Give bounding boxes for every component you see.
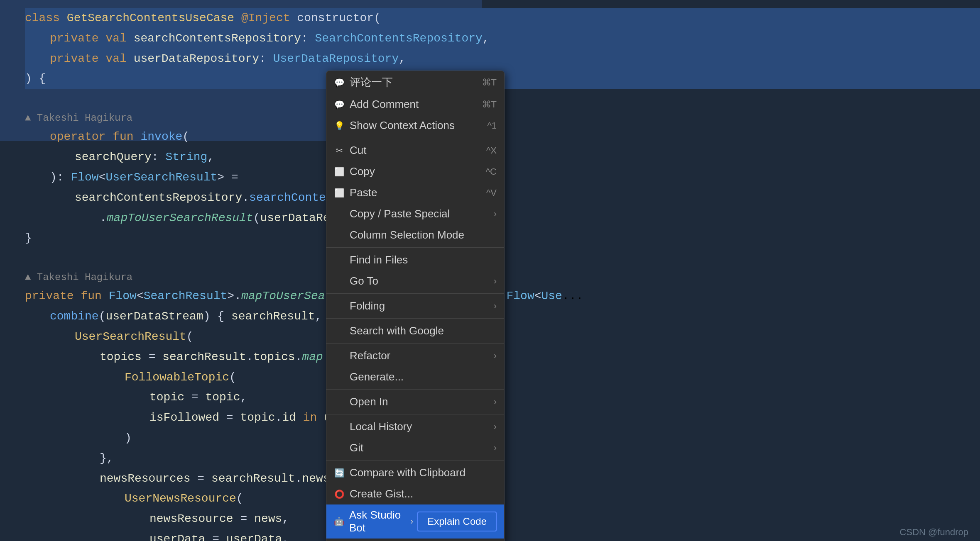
menu-item-local-history[interactable]: Local History › <box>326 416 504 437</box>
git-icon <box>334 443 345 453</box>
menu-label-local-history: Local History <box>350 420 412 433</box>
menu-label-ask-studio-bot: Ask Studio Bot <box>349 509 410 534</box>
menu-label-paste: Paste <box>350 186 377 199</box>
arrow-local-history: › <box>494 422 497 432</box>
shortcut-comment-cn: ⌘T <box>482 77 497 88</box>
compare-icon: 🔄 <box>334 468 345 478</box>
menu-item-ask-studio-bot[interactable]: 🤖 Ask Studio Bot › Explain Code <box>326 504 504 539</box>
shortcut-show-context-actions: ^1 <box>487 120 497 131</box>
open-in-icon <box>334 397 345 407</box>
menu-item-show-context-actions[interactable]: 💡 Show Context Actions ^1 <box>326 115 504 136</box>
separator-7 <box>326 414 504 414</box>
comment-icon: 💬 <box>334 77 345 88</box>
menu-label-compare-clipboard: Compare with Clipboard <box>350 466 466 479</box>
lightbulb-icon: 💡 <box>334 120 345 131</box>
separator-6 <box>326 389 504 390</box>
menu-item-paste[interactable]: ⬜ Paste ^V <box>326 182 504 203</box>
copy-icon: ⬜ <box>334 166 345 177</box>
bot-icon: 🤖 <box>334 516 344 527</box>
separator-5 <box>326 343 504 344</box>
code-line-2: private val searchContentsRepository: Se… <box>25 29 980 49</box>
arrow-git: › <box>494 443 497 453</box>
menu-label-find-in-files: Find in Files <box>350 253 408 266</box>
cut-icon: ✂ <box>334 145 345 156</box>
menu-label-refactor: Refactor <box>350 349 390 362</box>
menu-label-cut: Cut <box>350 144 366 157</box>
menu-label-generate: Generate... <box>350 370 404 383</box>
menu-item-find-in-files[interactable]: Find in Files <box>326 249 504 270</box>
shortcut-cut: ^X <box>486 145 497 156</box>
find-icon <box>334 255 345 266</box>
shortcut-add-comment: ⌘T <box>482 99 497 110</box>
arrow-ask-studio-bot: › <box>410 516 413 527</box>
menu-item-column-selection[interactable]: Column Selection Mode <box>326 224 504 246</box>
menu-item-create-gist[interactable]: ⭕ Create Gist... <box>326 483 504 504</box>
refactor-icon <box>334 351 345 361</box>
separator-4 <box>326 318 504 319</box>
generate-icon <box>334 372 345 383</box>
explain-code-label: Explain Code <box>427 516 487 527</box>
menu-item-generate[interactable]: Generate... <box>326 366 504 387</box>
shortcut-paste: ^V <box>486 188 497 198</box>
menu-label-add-comment: Add Comment <box>350 98 419 111</box>
menu-item-git[interactable]: Git › <box>326 437 504 458</box>
menu-item-go-to[interactable]: Go To › <box>326 270 504 292</box>
menu-label-create-gist: Create Gist... <box>350 487 413 500</box>
menu-item-copy-paste-special[interactable]: Copy / Paste Special › <box>326 203 504 224</box>
menu-item-search-google[interactable]: Search with Google <box>326 320 504 341</box>
paste-icon: ⬜ <box>334 188 345 198</box>
menu-label-show-context-actions: Show Context Actions <box>350 119 455 132</box>
menu-label-open-in: Open In <box>350 395 388 408</box>
code-line-3: private val userDataRepository: UserData… <box>25 49 980 69</box>
menu-label-folding: Folding <box>350 300 385 312</box>
arrow-refactor: › <box>494 351 497 361</box>
history-icon <box>334 422 345 432</box>
context-menu: 💬 评论一下 ⌘T 💬 Add Comment ⌘T 💡 Show Contex… <box>326 71 505 541</box>
menu-item-copy[interactable]: ⬜ Copy ^C <box>326 161 504 182</box>
menu-label-git: Git <box>350 441 363 454</box>
column-icon <box>334 230 345 241</box>
menu-item-open-in[interactable]: Open In › <box>326 391 504 412</box>
github-icon: ⭕ <box>334 489 345 500</box>
goto-icon <box>334 276 345 287</box>
code-line-1: class GetSearchContentsUseCase @Inject c… <box>25 8 980 29</box>
menu-label-search-google: Search with Google <box>350 324 444 337</box>
arrow-folding: › <box>494 301 497 312</box>
separator-8 <box>326 460 504 461</box>
menu-item-search-reindex[interactable]: 🔍 Search and reindex... <box>326 539 504 541</box>
menu-label-column-selection: Column Selection Mode <box>350 229 464 241</box>
menu-label-comment-cn: 评论一下 <box>350 75 393 90</box>
separator-2 <box>326 247 504 248</box>
menu-label-copy-paste-special: Copy / Paste Special <box>350 207 450 220</box>
menu-item-cut[interactable]: ✂ Cut ^X <box>326 140 504 161</box>
shortcut-copy: ^C <box>486 166 497 177</box>
arrow-go-to: › <box>494 276 497 287</box>
menu-item-folding[interactable]: Folding › <box>326 295 504 317</box>
menu-item-compare-clipboard[interactable]: 🔄 Compare with Clipboard <box>326 462 504 483</box>
arrow-copy-paste: › <box>494 209 497 219</box>
separator-3 <box>326 293 504 294</box>
menu-label-copy: Copy <box>350 165 375 178</box>
folding-icon <box>334 301 345 312</box>
separator-1 <box>326 138 504 138</box>
menu-item-add-comment[interactable]: 💬 Add Comment ⌘T <box>326 94 504 115</box>
google-icon <box>334 326 345 336</box>
menu-item-refactor[interactable]: Refactor › <box>326 345 504 366</box>
copy-paste-icon <box>334 209 345 219</box>
explain-code-submenu[interactable]: Explain Code <box>417 512 497 531</box>
menu-label-go-to: Go To <box>350 275 378 288</box>
menu-item-comment-cn[interactable]: 💬 评论一下 ⌘T <box>326 71 504 94</box>
add-comment-icon: 💬 <box>334 99 345 110</box>
arrow-open-in: › <box>494 397 497 407</box>
